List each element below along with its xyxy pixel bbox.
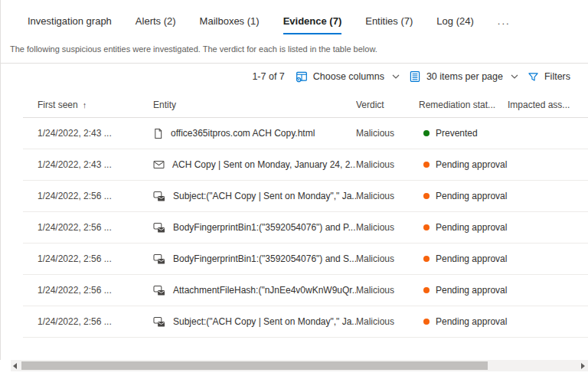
table-row[interactable]: 1/24/2022, 2:43 ... ACH Copy | Sent on M… [23, 149, 588, 181]
table-row[interactable]: 1/24/2022, 2:56 ... Subject:("ACH Copy |… [23, 181, 588, 212]
filters-button[interactable]: Filters [528, 71, 570, 83]
tab-investigation-graph[interactable]: Investigation graph [28, 15, 112, 34]
verdict-cell: Malicious [356, 128, 419, 139]
entity-cell[interactable]: Subject:("ACH Copy | Sent on Monday"," J… [153, 191, 356, 202]
tab-evidence[interactable]: Evidence (7) [283, 15, 342, 34]
panel-left-border [0, 0, 1, 360]
scrollbar-thumb[interactable] [21, 361, 488, 370]
table-row[interactable]: 1/24/2022, 2:56 ... AttachmentFileHash:(… [23, 275, 588, 306]
verdict-cell: Malicious [356, 159, 419, 170]
remediation-status-cell: Pending approval [419, 285, 508, 296]
status-dot-icon [423, 130, 430, 136]
sort-ascending-icon[interactable]: ↑ [83, 100, 87, 110]
column-header-remediation-status[interactable]: Remediation stat... [419, 100, 508, 110]
table-header-row: First seen ↑ Entity Verdict Remediation … [23, 92, 588, 118]
choose-columns-label: Choose columns [313, 71, 384, 82]
file-icon [153, 128, 163, 139]
mail-icon [153, 160, 165, 169]
page-description: The following suspicious entities were i… [0, 34, 588, 54]
tab-entities[interactable]: Entities (7) [365, 15, 413, 34]
entity-cell[interactable]: AttachmentFileHash:("nJnEe4v0wKnW9uQr... [153, 285, 356, 296]
table-row[interactable]: 1/24/2022, 2:43 ... office365itpros.com … [23, 118, 588, 149]
status-dot-icon [423, 319, 430, 325]
table-body: 1/24/2022, 2:43 ... office365itpros.com … [0, 118, 588, 338]
verdict-cell: Malicious [356, 316, 419, 327]
first-seen-cell: 1/24/2022, 2:56 ... [38, 191, 153, 201]
entity-cell[interactable]: office365itpros.com ACH Copy.html [153, 128, 356, 139]
items-per-page-label: 30 items per page [426, 71, 503, 82]
status-dot-icon [423, 162, 430, 168]
tab-more[interactable]: ... [498, 15, 511, 34]
item-range-label: 1-7 of 7 [252, 71, 284, 82]
filter-icon [528, 71, 539, 83]
table-row[interactable]: 1/24/2022, 2:56 ... BodyFingerprintBin1:… [23, 244, 588, 275]
column-header-entity[interactable]: Entity [153, 100, 356, 110]
first-seen-cell: 1/24/2022, 2:56 ... [38, 316, 153, 327]
items-per-page-button[interactable]: 30 items per page [409, 70, 518, 83]
first-seen-cell: 1/24/2022, 2:43 ... [38, 159, 153, 170]
choose-columns-icon [296, 70, 308, 83]
remediation-status-cell: Pending approval [419, 316, 508, 327]
choose-columns-button[interactable]: Choose columns [296, 70, 400, 83]
tab-bar: Investigation graphAlerts (2)Mailboxes (… [0, 0, 588, 34]
chevron-down-icon[interactable] [392, 74, 400, 79]
items-per-page-icon [409, 70, 421, 83]
tab-mailboxes[interactable]: Mailboxes (1) [200, 15, 260, 34]
scroll-right-arrow-icon[interactable] [581, 363, 585, 369]
table-toolbar: 1-7 of 7 Choose columns 30 [0, 64, 588, 87]
status-dot-icon [423, 287, 430, 293]
status-dot-icon [423, 193, 430, 199]
first-seen-cell: 1/24/2022, 2:56 ... [38, 222, 153, 233]
remediation-status-cell: Pending approval [419, 191, 508, 201]
remediation-status-cell: Pending approval [419, 159, 508, 170]
entity-cell[interactable]: Subject:("ACH Copy | Sent on Monday"," J… [153, 316, 356, 328]
table-row[interactable]: 1/24/2022, 2:56 ... BodyFingerprintBin1:… [23, 212, 588, 244]
filters-label: Filters [544, 71, 570, 82]
horizontal-scrollbar[interactable] [11, 360, 588, 371]
remediation-status-cell: Pending approval [419, 222, 508, 233]
mail-cluster-icon [153, 285, 165, 296]
verdict-cell: Malicious [356, 253, 419, 264]
tab-log[interactable]: Log (24) [436, 15, 473, 34]
entity-cell[interactable]: BodyFingerprintBin1:("3592054076") and S… [153, 253, 356, 265]
mail-cluster-icon [153, 222, 165, 234]
first-seen-cell: 1/24/2022, 2:43 ... [38, 128, 153, 139]
entity-cell[interactable]: BodyFingerprintBin1:("3592054076") and P… [153, 222, 356, 234]
mail-cluster-icon [153, 191, 165, 202]
column-header-first-seen[interactable]: First seen ↑ [38, 100, 153, 110]
column-header-verdict[interactable]: Verdict [356, 100, 419, 110]
entity-cell[interactable]: ACH Copy | Sent on Monday, January 24, 2… [153, 159, 356, 170]
verdict-cell: Malicious [356, 191, 419, 201]
first-seen-cell: 1/24/2022, 2:56 ... [38, 285, 153, 296]
remediation-status-cell: Prevented [419, 128, 508, 139]
scroll-left-arrow-icon[interactable] [13, 363, 17, 369]
status-dot-icon [423, 256, 430, 262]
verdict-cell: Malicious [356, 285, 419, 296]
chevron-down-icon[interactable] [511, 74, 518, 79]
verdict-cell: Malicious [356, 222, 419, 233]
status-dot-icon [423, 224, 430, 230]
remediation-status-cell: Pending approval [419, 253, 508, 264]
column-header-impacted-assets[interactable]: Impacted ass... [508, 100, 588, 110]
mail-cluster-icon [153, 316, 165, 328]
tab-alerts[interactable]: Alerts (2) [136, 15, 176, 34]
first-seen-cell: 1/24/2022, 2:56 ... [38, 253, 153, 264]
table-row[interactable]: 1/24/2022, 2:56 ... Subject:("ACH Copy |… [23, 306, 588, 338]
mail-cluster-icon [153, 253, 165, 265]
